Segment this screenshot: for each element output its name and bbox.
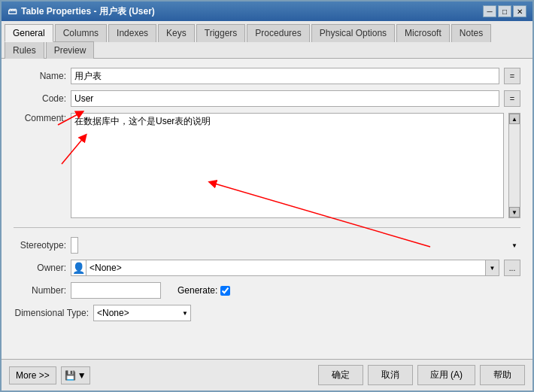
tab-preview[interactable]: Preview	[46, 41, 95, 59]
owner-icon: 👤	[71, 260, 86, 276]
generate-group: Generate:	[177, 285, 230, 296]
tab-indexes[interactable]: Indexes	[108, 24, 156, 42]
spacer	[14, 327, 520, 350]
owner-select[interactable]: <None>	[86, 260, 486, 276]
main-window: 🗃 Table Properties - 用户表 (User) ─ □ ✕ Ge…	[0, 0, 534, 392]
number-label: Number:	[14, 285, 66, 296]
maximize-button[interactable]: □	[498, 5, 511, 17]
tab-procedures[interactable]: Procedures	[247, 24, 309, 42]
comment-label: Comment:	[14, 113, 66, 123]
help-button[interactable]: 帮助	[480, 365, 525, 385]
more-button[interactable]: More >>	[9, 366, 56, 384]
comment-row: Comment: 在数据库中，这个是User表的说明 ▲ ▼	[14, 113, 520, 218]
dim-type-select[interactable]: <None>	[93, 305, 191, 321]
cancel-button[interactable]: 取消	[368, 365, 413, 385]
bottom-bar: More >> 💾 ▼ 确定 取消 应用 (A) 帮助	[2, 359, 532, 390]
scroll-up-button[interactable]: ▲	[509, 114, 520, 124]
title-bar: 🗃 Table Properties - 用户表 (User) ─ □ ✕	[2, 2, 532, 21]
save-button[interactable]: 💾 ▼	[61, 366, 90, 384]
name-button[interactable]: =	[504, 68, 520, 84]
more-label: More >>	[16, 370, 50, 381]
tab-columns[interactable]: Columns	[55, 24, 107, 42]
title-bar-title: 🗃 Table Properties - 用户表 (User)	[8, 5, 155, 18]
close-button[interactable]: ✕	[513, 5, 526, 17]
owner-dropdown-arrow[interactable]: ▼	[486, 260, 499, 276]
minimize-button[interactable]: ─	[483, 5, 496, 17]
content-wrapper: Name: = Code: = Comment: 在数据库中，这个是User表的…	[2, 59, 532, 359]
tab-keys[interactable]: Keys	[158, 24, 195, 42]
save-arrow: ▼	[77, 370, 86, 381]
generate-checkbox[interactable]	[220, 286, 230, 296]
title-bar-controls: ─ □ ✕	[483, 5, 526, 17]
stereotype-label: Stereotype:	[14, 240, 66, 251]
code-label: Code:	[14, 93, 66, 104]
window-icon: 🗃	[8, 6, 17, 17]
scroll-down-button[interactable]: ▼	[509, 207, 520, 217]
tab-general[interactable]: General	[5, 24, 53, 42]
stereotype-row: Stereotype:	[14, 237, 520, 254]
owner-select-wrapper: 👤 <None> ▼	[71, 260, 499, 276]
name-row: Name: =	[14, 68, 520, 84]
number-row: Number: Generate:	[14, 282, 520, 299]
tab-notes[interactable]: Notes	[451, 24, 491, 42]
dim-type-select-wrapper: <None>	[93, 305, 191, 321]
stereotype-select[interactable]	[71, 237, 78, 254]
tab-bar: General Columns Indexes Keys Triggers Pr…	[2, 21, 532, 59]
code-button[interactable]: =	[504, 90, 520, 107]
save-icon: 💾	[65, 370, 76, 381]
separator-1	[14, 227, 520, 228]
name-input[interactable]	[71, 68, 499, 84]
ok-button[interactable]: 确定	[318, 365, 363, 385]
apply-button[interactable]: 应用 (A)	[417, 365, 475, 385]
generate-label: Generate:	[177, 285, 217, 296]
tab-microsoft[interactable]: Microsoft	[396, 24, 450, 42]
tab-rules[interactable]: Rules	[5, 41, 44, 59]
number-input[interactable]	[71, 282, 161, 299]
owner-browse-button[interactable]: ...	[504, 260, 520, 276]
scroll-track[interactable]	[509, 124, 520, 207]
owner-label: Owner:	[14, 263, 66, 273]
general-tab-content: Name: = Code: = Comment: 在数据库中，这个是User表的…	[2, 59, 532, 359]
code-row: Code: =	[14, 90, 520, 107]
owner-row: Owner: 👤 <None> ▼ ...	[14, 260, 520, 276]
code-input[interactable]	[71, 90, 499, 107]
dim-type-label: Dimensional Type:	[14, 308, 89, 318]
dim-type-row: Dimensional Type: <None>	[14, 305, 520, 321]
comment-scrollbar[interactable]: ▲ ▼	[508, 113, 520, 218]
tab-triggers[interactable]: Triggers	[196, 24, 246, 42]
comment-textarea[interactable]: 在数据库中，这个是User表的说明	[71, 113, 504, 218]
window-title: Table Properties - 用户表 (User)	[21, 5, 155, 18]
tab-physical[interactable]: Physical Options	[311, 24, 395, 42]
stereotype-select-wrapper	[71, 237, 520, 254]
name-label: Name:	[14, 71, 66, 81]
